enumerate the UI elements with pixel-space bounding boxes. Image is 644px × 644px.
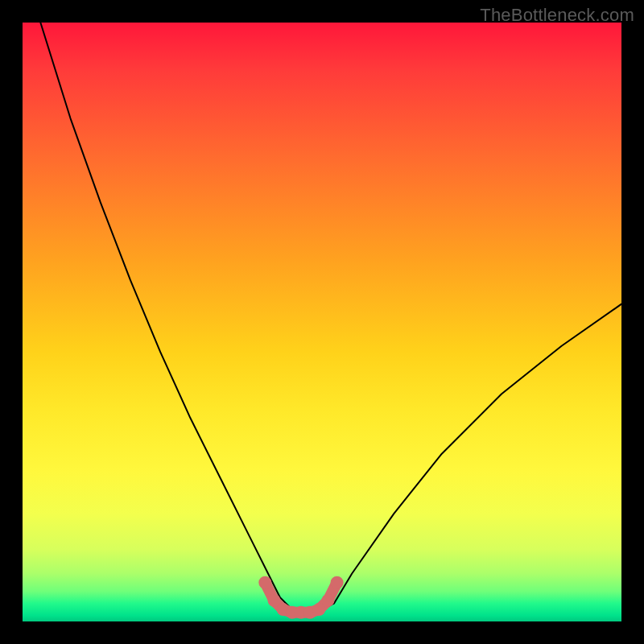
series-pink-dot xyxy=(331,576,344,589)
series-pink-dot xyxy=(321,594,334,607)
plot-area xyxy=(23,23,621,621)
chart-frame: TheBottleneck.com xyxy=(0,0,644,644)
curve-layer xyxy=(23,23,621,621)
watermark-label: TheBottleneck.com xyxy=(480,5,634,26)
series-black-curve xyxy=(40,23,621,613)
series-pink-dot xyxy=(258,576,271,589)
